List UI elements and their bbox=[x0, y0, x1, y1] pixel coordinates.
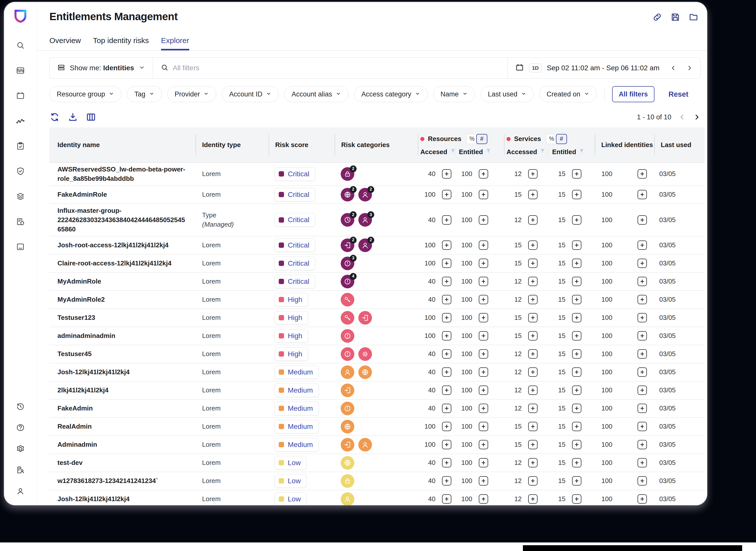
risk-category-door-icon[interactable] bbox=[358, 311, 372, 325]
services-entitled-header[interactable]: Entitled bbox=[548, 148, 595, 156]
expand-services-accessed-button[interactable] bbox=[528, 368, 537, 377]
risk-category-clock-icon[interactable]: 2 bbox=[341, 213, 354, 227]
filter-chip-provider[interactable]: Provider bbox=[167, 86, 217, 102]
expand-resources-entitled-button[interactable] bbox=[479, 240, 488, 250]
expand-resources-accessed-button[interactable] bbox=[442, 277, 451, 286]
expand-resources-accessed-button[interactable] bbox=[442, 295, 451, 304]
table-row[interactable]: FakeAdminRoleLoremCritical22100100151510… bbox=[49, 186, 705, 204]
sidebar-item-activity[interactable] bbox=[14, 115, 26, 127]
tab-overview[interactable]: Overview bbox=[49, 36, 81, 50]
risk-category-user-icon[interactable]: 2 bbox=[358, 238, 372, 252]
risk-score-badge[interactable]: Medium bbox=[275, 384, 319, 397]
date-prev-button[interactable] bbox=[670, 65, 677, 71]
expand-services-accessed-button[interactable] bbox=[528, 476, 537, 486]
expand-resources-accessed-button[interactable] bbox=[442, 458, 451, 467]
risk-category-user-icon[interactable]: 3 bbox=[358, 213, 372, 227]
expand-linked-identities-button[interactable] bbox=[638, 422, 647, 431]
risk-category-user-icon[interactable] bbox=[341, 366, 354, 379]
expand-linked-identities-button[interactable] bbox=[638, 313, 647, 322]
table-row[interactable]: MyAdminRole2LoremHigh40100121510003/05 bbox=[49, 291, 705, 309]
risk-score-badge[interactable]: Critical bbox=[275, 238, 315, 252]
sidebar-item-organization[interactable] bbox=[14, 464, 26, 477]
expand-resources-entitled-button[interactable] bbox=[479, 440, 488, 449]
services-accessed-header[interactable]: Accessed bbox=[504, 148, 548, 156]
table-row[interactable]: test-devLoremLow40100121510003/05 bbox=[49, 454, 705, 472]
risk-score-badge[interactable]: Medium bbox=[275, 438, 319, 452]
refresh-icon[interactable] bbox=[49, 112, 60, 122]
risk-category-gear-icon[interactable] bbox=[358, 347, 372, 361]
expand-linked-identities-button[interactable] bbox=[638, 295, 647, 304]
expand-resources-entitled-button[interactable] bbox=[479, 331, 488, 341]
risk-score-badge[interactable]: High bbox=[275, 311, 308, 325]
expand-services-entitled-button[interactable] bbox=[572, 386, 581, 395]
tab-explorer[interactable]: Explorer bbox=[161, 36, 189, 50]
all-filters-button[interactable]: All filters bbox=[612, 86, 655, 102]
risk-score-badge[interactable]: High bbox=[275, 329, 308, 343]
expand-linked-identities-button[interactable] bbox=[638, 169, 647, 178]
expand-services-entitled-button[interactable] bbox=[572, 458, 581, 467]
risk-category-door-icon[interactable]: 2 bbox=[341, 238, 354, 252]
expand-services-accessed-button[interactable] bbox=[528, 277, 537, 286]
expand-resources-accessed-button[interactable] bbox=[442, 368, 451, 377]
column-header-linked-identities[interactable]: Linked identities bbox=[595, 127, 654, 162]
expand-resources-accessed-button[interactable] bbox=[442, 215, 451, 224]
pagination-prev-button[interactable] bbox=[678, 113, 686, 121]
expand-services-entitled-button[interactable] bbox=[572, 331, 581, 341]
expand-services-entitled-button[interactable] bbox=[572, 169, 581, 178]
expand-linked-identities-button[interactable] bbox=[638, 277, 647, 286]
risk-category-user-icon[interactable] bbox=[358, 438, 372, 452]
date-next-button[interactable] bbox=[686, 65, 693, 71]
expand-resources-accessed-button[interactable] bbox=[442, 313, 451, 322]
risk-category-globe-icon[interactable]: 2 bbox=[341, 188, 354, 201]
all-filters-search[interactable]: All filters bbox=[153, 58, 508, 78]
save-icon[interactable] bbox=[670, 12, 680, 22]
risk-category-key-icon[interactable] bbox=[341, 293, 354, 307]
expand-resources-entitled-button[interactable] bbox=[479, 313, 488, 322]
services-percent-button[interactable]: % bbox=[546, 134, 557, 144]
expand-services-entitled-button[interactable] bbox=[572, 215, 581, 224]
risk-category-key-icon[interactable] bbox=[341, 311, 354, 325]
expand-resources-accessed-button[interactable] bbox=[442, 494, 451, 504]
sidebar-item-history[interactable] bbox=[14, 401, 26, 413]
expand-services-entitled-button[interactable] bbox=[572, 494, 581, 504]
table-row[interactable]: RealAdminLoremMedium100100151510003/05 bbox=[49, 418, 705, 436]
expand-linked-identities-button[interactable] bbox=[638, 386, 647, 395]
show-me-dropdown[interactable]: Show me: Identities bbox=[50, 58, 153, 78]
risk-score-badge[interactable]: Critical bbox=[275, 167, 315, 181]
expand-services-entitled-button[interactable] bbox=[572, 190, 581, 199]
expand-services-accessed-button[interactable] bbox=[528, 422, 537, 431]
table-row[interactable]: MyAdminRoleLoremCritical440100121510003/… bbox=[49, 273, 705, 291]
expand-services-accessed-button[interactable] bbox=[528, 404, 537, 413]
filter-chip-resource-group[interactable]: Resource group bbox=[49, 86, 121, 102]
expand-resources-entitled-button[interactable] bbox=[479, 169, 488, 178]
table-row[interactable]: Influx-master-group-22242628303234363840… bbox=[49, 204, 705, 236]
column-header-identity-name[interactable]: Identity name bbox=[49, 127, 196, 162]
link-icon[interactable] bbox=[652, 12, 662, 22]
risk-score-badge[interactable]: Critical bbox=[275, 256, 315, 270]
expand-resources-entitled-button[interactable] bbox=[479, 476, 488, 486]
expand-services-accessed-button[interactable] bbox=[528, 190, 537, 199]
table-row[interactable]: Josh-12lkj41l2kj41l2kj4LoremMedium401001… bbox=[49, 364, 705, 382]
table-row[interactable]: AdminadminLoremMedium100100151510003/05 bbox=[49, 436, 705, 454]
expand-services-accessed-button[interactable] bbox=[528, 258, 537, 268]
risk-score-badge[interactable]: Low bbox=[275, 474, 306, 488]
expand-services-accessed-button[interactable] bbox=[528, 440, 537, 449]
expand-resources-entitled-button[interactable] bbox=[479, 295, 488, 304]
expand-services-entitled-button[interactable] bbox=[572, 440, 581, 449]
expand-services-entitled-button[interactable] bbox=[572, 240, 581, 250]
expand-resources-accessed-button[interactable] bbox=[442, 240, 451, 250]
expand-services-accessed-button[interactable] bbox=[528, 295, 537, 304]
expand-resources-accessed-button[interactable] bbox=[442, 422, 451, 431]
table-row[interactable]: Josh-root-access-12lkj41l2kj41l2kj4Lorem… bbox=[49, 236, 705, 254]
expand-services-entitled-button[interactable] bbox=[572, 368, 581, 377]
expand-linked-identities-button[interactable] bbox=[638, 458, 647, 467]
risk-score-badge[interactable]: High bbox=[275, 347, 308, 361]
column-header-risk-categories[interactable]: Risk categories bbox=[335, 127, 418, 162]
risk-score-badge[interactable]: Medium bbox=[275, 402, 319, 415]
risk-category-alert-icon[interactable] bbox=[341, 402, 354, 415]
expand-resources-accessed-button[interactable] bbox=[442, 258, 451, 268]
expand-services-accessed-button[interactable] bbox=[528, 169, 537, 178]
expand-services-accessed-button[interactable] bbox=[528, 458, 537, 467]
table-row[interactable]: 2lkj41l2kj41l2kj4LoremMedium401001215100… bbox=[49, 382, 705, 400]
pagination-next-button[interactable] bbox=[693, 113, 701, 121]
